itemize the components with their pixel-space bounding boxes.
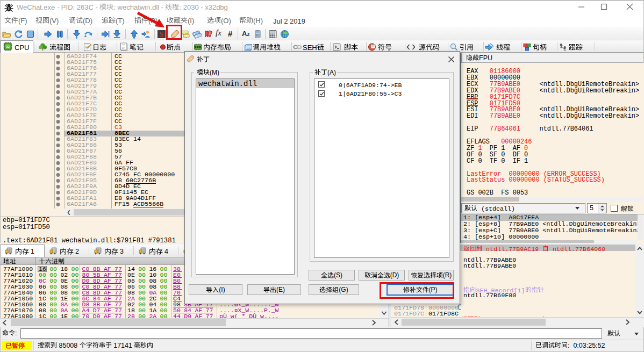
svg-text:S: S [160,31,164,39]
